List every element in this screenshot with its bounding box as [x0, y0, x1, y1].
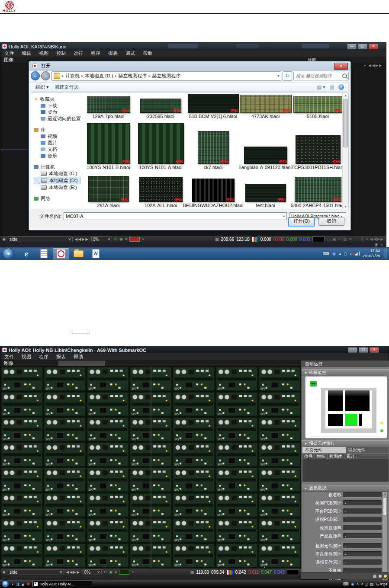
- file-item[interactable]: 先50 TCPS3001PD11SH.hlaoi: [292, 122, 344, 170]
- sidebar-group-libraries[interactable]: 库: [34, 126, 82, 133]
- minimize-button[interactable]: —: [347, 44, 357, 49]
- quicklaunch-icon[interactable]: ◨: [16, 582, 19, 586]
- show-hidden-icons[interactable]: ˄: [357, 582, 359, 586]
- menu-help[interactable]: 帮助: [70, 354, 87, 360]
- refresh-button[interactable]: ↻: [283, 71, 292, 81]
- show-hidden-icons[interactable]: ▴: [339, 251, 341, 256]
- menu-run[interactable]: 运行: [70, 50, 87, 57]
- list-icon[interactable]: ≡: [125, 237, 127, 241]
- show-desktop-icon[interactable]: ▪: [12, 582, 13, 586]
- refresh-icon[interactable]: ◉: [119, 237, 123, 241]
- volume-muted-icon[interactable]: ♪: [350, 251, 352, 256]
- printer-icon[interactable]: ▤: [370, 582, 373, 586]
- tab-false-call-parts[interactable]: 误报元件: [346, 447, 389, 453]
- menu-file[interactable]: 文件: [0, 354, 18, 360]
- volume-muted-icon[interactable]: ♪: [376, 582, 378, 586]
- close-button[interactable]: ✕: [370, 347, 379, 353]
- maximize-button[interactable]: ▢: [358, 44, 367, 49]
- taskbar-holly-button[interactable]: [53, 248, 69, 259]
- menu-debug[interactable]: 调试: [122, 50, 139, 57]
- breadcrumb[interactable]: ▸ 计算机 ▸ 本地磁盘 (D:) ▸ 赫立检测程序 ▸ 赫立检测程序 ▾: [51, 71, 281, 81]
- cancel-button[interactable]: 取消: [318, 217, 344, 226]
- frame-nav-buttons[interactable]: ◀◀▶▶: [75, 237, 89, 241]
- tray-app-icon[interactable]: ◉: [351, 582, 354, 586]
- sidebar-item-videos[interactable]: 视频: [34, 133, 82, 140]
- taskbar-clock[interactable]: 17:342010/7/28: [363, 249, 380, 259]
- zoom-select[interactable]: 0%˅: [91, 236, 112, 242]
- search-box[interactable]: [293, 72, 349, 80]
- section-error-rank[interactable]: ▼ 报错元件排行: [302, 440, 389, 447]
- quicklaunch-app-icon[interactable]: ✱: [27, 582, 30, 586]
- tab-image[interactable]: 图像: [0, 360, 17, 367]
- sidebar-item-music[interactable]: 音乐: [34, 153, 82, 159]
- scrollbar-thumb[interactable]: [383, 497, 387, 515]
- menu-view[interactable]: 视图: [18, 354, 35, 360]
- frame-nav-buttons[interactable]: ◀◀▶▶: [66, 570, 80, 574]
- help-button[interactable]: ?: [338, 84, 344, 90]
- sidebar-item-drive-c[interactable]: 本地磁盘 (C:): [34, 170, 82, 177]
- filename-input[interactable]: [64, 213, 281, 219]
- section-quality-overview[interactable]: ▼ 品质概况: [302, 485, 389, 492]
- taskbar-holly-button[interactable]: Holly AOI: Holly-N...: [32, 581, 92, 587]
- file-item[interactable]: 先50 518-BCM-V2[1].6.hlaoi: [187, 94, 239, 119]
- col-designator[interactable]: 位号: [302, 454, 315, 459]
- target-icon[interactable]: ⊙: [104, 570, 107, 574]
- chevron-down-icon[interactable]: ˅: [132, 570, 134, 574]
- tab-image[interactable]: 图像: [0, 57, 17, 63]
- list-icon[interactable]: ≡: [115, 570, 117, 574]
- col-inspected[interactable]: 检测件: [328, 454, 344, 459]
- nav-tools-icons[interactable]: ≣ ≡ ◀◀▶▶: [361, 237, 384, 241]
- pcb-image[interactable]: SP7: [0, 366, 301, 568]
- breadcrumb-dropdown-icon[interactable]: ▾: [277, 74, 279, 78]
- taskbar-wps-button[interactable]: W: [87, 248, 104, 259]
- breadcrumb-computer[interactable]: 计算机: [65, 73, 80, 79]
- file-item[interactable]: 先50 232595.hlaoi: [135, 96, 187, 119]
- file-item[interactable]: 先50 129A-7pb.hlaoi: [82, 96, 135, 119]
- breadcrumb-folder-2[interactable]: 赫立检测程序: [152, 73, 180, 79]
- menu-view[interactable]: 视图: [35, 50, 52, 57]
- file-item[interactable]: 先50 100YS-N101-B.hlaoi: [82, 122, 135, 170]
- scrollbar-thumb[interactable]: [343, 99, 348, 147]
- start-button[interactable]: ⊞: [2, 580, 9, 588]
- menu-report[interactable]: 报表: [104, 50, 122, 57]
- clipboard-icon[interactable]: ▯: [366, 582, 368, 586]
- file-item[interactable]: 先50 100YS-N101-A.hlaoi: [135, 122, 187, 170]
- open-button[interactable]: 打开(O): [288, 217, 315, 227]
- section-machine-monitor[interactable]: ▼ 机器监控: [302, 369, 389, 376]
- chevron-down-icon[interactable]: ˅: [142, 237, 144, 241]
- menu-help[interactable]: 帮助: [139, 50, 156, 57]
- menu-program[interactable]: 程序: [87, 50, 104, 57]
- organize-button[interactable]: 组织 ▾: [35, 84, 49, 90]
- sidebar-item-drive-d[interactable]: 本地磁盘 (D:): [34, 177, 81, 184]
- network-signal-icon[interactable]: [355, 252, 360, 256]
- keyboard-icon[interactable]: ⌨: [323, 251, 329, 256]
- taskbar-document-button[interactable]: [35, 248, 52, 259]
- show-desktop-button[interactable]: [383, 249, 387, 259]
- file-item[interactable]: 先50 liangbiao-A-091120.hlaoi: [239, 122, 292, 170]
- sidebar-item-drive-e[interactable]: 本地磁盘 (E:): [34, 184, 82, 191]
- scroll-down-icon[interactable]: ▼: [343, 205, 348, 208]
- scroll-up-icon[interactable]: ▲: [383, 492, 387, 495]
- file-item[interactable]: 先50 BEIJINGWUDAZHOU2.hlaoi: [187, 174, 239, 208]
- forward-button[interactable]: →: [41, 71, 50, 80]
- ie-icon[interactable]: e: [22, 582, 24, 587]
- file-item[interactable]: 先50 4773AK.hlaoi: [239, 94, 292, 119]
- taskbar-clock[interactable]: 4:24: [379, 582, 387, 586]
- sidebar-item-pictures[interactable]: 图片: [34, 140, 82, 146]
- back-button[interactable]: ←: [31, 71, 40, 80]
- tab-defect-parts[interactable]: 不良元件: [302, 447, 346, 453]
- maximize-button[interactable]: ▢: [359, 347, 368, 353]
- tray-app-icon[interactable]: ◉: [332, 251, 336, 256]
- menu-report[interactable]: 报表: [52, 354, 70, 360]
- clipboard-icon[interactable]: ▯: [344, 251, 347, 256]
- col-total[interactable]: 累计: [344, 454, 357, 459]
- views-button[interactable]: ▤ ▾: [317, 84, 325, 90]
- search-input[interactable]: [295, 73, 342, 79]
- pin-icon[interactable]: ◆: [3, 237, 6, 241]
- sidebar-group-network[interactable]: 网络: [34, 195, 82, 202]
- menu-control[interactable]: 控制: [52, 50, 70, 57]
- breadcrumb-drive-d[interactable]: 本地磁盘 (D:): [85, 73, 113, 79]
- menu-edit[interactable]: 编辑: [18, 50, 35, 57]
- menu-program[interactable]: 程序: [35, 354, 52, 360]
- start-button[interactable]: ⊞: [3, 248, 14, 259]
